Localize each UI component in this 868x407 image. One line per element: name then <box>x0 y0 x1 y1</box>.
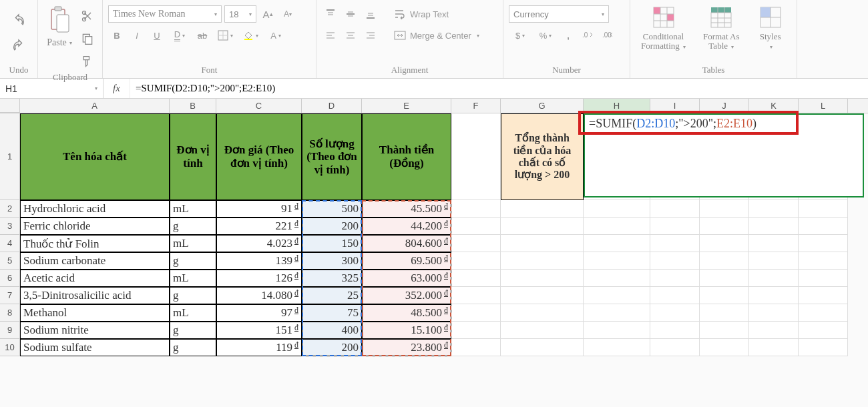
cell-E1[interactable]: Thành tiền (Đồng) <box>362 113 451 200</box>
cell-I2[interactable] <box>650 200 700 218</box>
cell-D10[interactable]: 200 <box>302 339 362 356</box>
cell-D7[interactable]: 25 <box>302 287 362 304</box>
cell-H2[interactable] <box>584 200 650 218</box>
comma-button[interactable]: , <box>560 27 577 44</box>
cell-B9[interactable]: g <box>170 322 216 339</box>
align-middle-button[interactable] <box>342 5 359 23</box>
cell-B6[interactable]: mL <box>170 270 216 287</box>
font-color-button[interactable]: A▾ <box>264 27 287 44</box>
borders-button[interactable]: ▾ <box>214 27 236 44</box>
cell-E6[interactable]: 63.000 đ <box>362 270 451 287</box>
cell-A7[interactable]: 3,5-Dinitrosalicilic acid <box>20 287 170 304</box>
cell-K5[interactable] <box>749 252 799 270</box>
italic-button[interactable]: I <box>128 27 146 44</box>
cell-B8[interactable]: mL <box>170 304 216 322</box>
cell-F10[interactable] <box>451 339 501 356</box>
conditional-formatting-button[interactable]: ConditionalFormatting ▾ <box>636 3 691 53</box>
cell-I6[interactable] <box>650 270 700 287</box>
cell-A2[interactable]: Hydrochloric acid <box>20 200 170 218</box>
cell-F4[interactable] <box>451 235 501 252</box>
cell-D4[interactable]: 150 <box>302 235 362 252</box>
column-header-F[interactable]: F <box>451 99 501 113</box>
cell-A6[interactable]: Acetic acid <box>20 270 170 287</box>
cell-F1[interactable] <box>451 113 501 200</box>
cell-I9[interactable] <box>650 322 700 339</box>
cell-D9[interactable]: 400 <box>302 322 362 339</box>
select-all-corner[interactable] <box>0 99 20 113</box>
bold-button[interactable]: B <box>108 27 126 44</box>
cell-E9[interactable]: 15.100 đ <box>362 322 451 339</box>
cell-I7[interactable] <box>650 287 700 304</box>
cell-G3[interactable] <box>501 218 584 235</box>
cell-J6[interactable] <box>700 270 749 287</box>
cell-L3[interactable] <box>799 218 848 235</box>
cell-J2[interactable] <box>700 200 749 218</box>
cell-A5[interactable]: Sodium carbonate <box>20 252 170 270</box>
cell-C10[interactable]: 119 đ <box>216 339 302 356</box>
row-header-7[interactable]: 7 <box>0 287 20 304</box>
wrap-text-button[interactable]: Wrap Text <box>390 5 453 23</box>
cell-C1[interactable]: Đơn giá (Theo đơn vị tính) <box>216 113 302 200</box>
percent-button[interactable]: %▾ <box>534 27 557 44</box>
column-header-D[interactable]: D <box>302 99 362 113</box>
cell-G8[interactable] <box>501 304 584 322</box>
cell-B3[interactable]: g <box>170 218 216 235</box>
cell-I3[interactable] <box>650 218 700 235</box>
cell-J3[interactable] <box>700 218 749 235</box>
align-bottom-button[interactable] <box>362 5 379 23</box>
cell-J10[interactable] <box>700 339 749 356</box>
cell-G10[interactable] <box>501 339 584 356</box>
cell-E8[interactable]: 48.500 đ <box>362 304 451 322</box>
cell-L7[interactable] <box>799 287 848 304</box>
cell-D5[interactable]: 300 <box>302 252 362 270</box>
column-header-A[interactable]: A <box>20 99 170 113</box>
styles-button[interactable]: Styles▾ <box>752 3 789 53</box>
cell-B10[interactable]: g <box>170 339 216 356</box>
redo-button[interactable] <box>9 37 28 55</box>
cell-K9[interactable] <box>749 322 799 339</box>
currency-button[interactable]: $▾ <box>509 27 531 44</box>
cell-K10[interactable] <box>749 339 799 356</box>
column-header-E[interactable]: E <box>362 99 451 113</box>
increase-font-button[interactable]: A▴ <box>259 5 276 23</box>
cell-E7[interactable]: 352.000 đ <box>362 287 451 304</box>
formula-input[interactable]: =SUMIF(D2:D10;">200";E2:E10) <box>130 83 868 94</box>
cell-H10[interactable] <box>584 339 650 356</box>
cell-L8[interactable] <box>799 304 848 322</box>
fx-button[interactable]: fx <box>103 79 130 98</box>
column-header-J[interactable]: J <box>700 99 749 113</box>
align-top-button[interactable] <box>322 5 339 23</box>
number-format-select[interactable]: Currency▾ <box>509 5 609 23</box>
active-cell-formula-display[interactable]: =SUMIF(D2:D10;">200";E2:E10) <box>584 113 864 197</box>
cell-H3[interactable] <box>584 218 650 235</box>
cell-E4[interactable]: 804.600 đ <box>362 235 451 252</box>
cell-I4[interactable] <box>650 235 700 252</box>
row-header-10[interactable]: 10 <box>0 339 20 356</box>
column-header-H[interactable]: H <box>584 99 650 113</box>
decrease-decimal-button[interactable]: .00 <box>600 27 617 44</box>
row-header-1[interactable]: 1 <box>0 113 20 200</box>
cell-J7[interactable] <box>700 287 749 304</box>
cell-C2[interactable]: 91 đ <box>216 200 302 218</box>
align-right-button[interactable] <box>362 27 379 44</box>
row-header-8[interactable]: 8 <box>0 304 20 322</box>
cell-D2[interactable]: 500 <box>302 200 362 218</box>
cell-G6[interactable] <box>501 270 584 287</box>
cell-E3[interactable]: 44.200 đ <box>362 218 451 235</box>
cell-A1[interactable]: Tên hóa chất <box>20 113 170 200</box>
cell-H4[interactable] <box>584 235 650 252</box>
increase-decimal-button[interactable]: .0 <box>580 27 597 44</box>
cell-C4[interactable]: 4.023 đ <box>216 235 302 252</box>
cell-F3[interactable] <box>451 218 501 235</box>
cell-C7[interactable]: 14.080 đ <box>216 287 302 304</box>
cell-H5[interactable] <box>584 252 650 270</box>
cell-B7[interactable]: g <box>170 287 216 304</box>
cell-A8[interactable]: Methanol <box>20 304 170 322</box>
font-name-select[interactable]: Times New Roman▾ <box>108 5 222 23</box>
cell-G4[interactable] <box>501 235 584 252</box>
cell-K2[interactable] <box>749 200 799 218</box>
cell-D8[interactable]: 75 <box>302 304 362 322</box>
column-header-C[interactable]: C <box>216 99 302 113</box>
cell-L6[interactable] <box>799 270 848 287</box>
copy-button[interactable] <box>78 29 97 48</box>
